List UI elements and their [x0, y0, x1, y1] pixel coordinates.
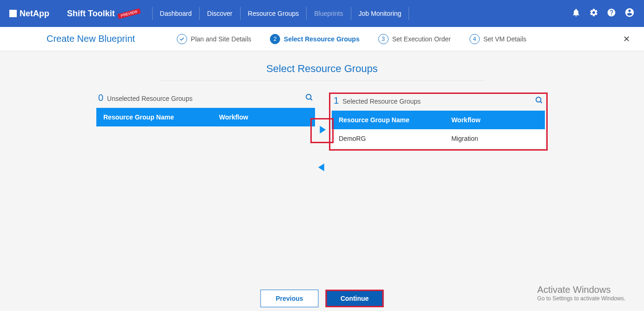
- search-icon[interactable]: [305, 93, 313, 103]
- th-name: Resource Group Name: [103, 113, 219, 121]
- nav-resource-groups[interactable]: Resource Groups: [240, 7, 307, 20]
- th-workflow: Workflow: [219, 113, 308, 121]
- watermark-sub: Go to Settings to activate Windows.: [537, 295, 625, 302]
- unselected-label: Unselected Resource Groups: [107, 95, 193, 102]
- row-name: DemoRG: [339, 135, 451, 142]
- th-workflow: Workflow: [451, 116, 538, 124]
- selected-table-header: Resource Group Name Workflow: [332, 111, 545, 129]
- top-icons: [571, 7, 635, 20]
- columns: 0 Unselected Resource Groups Resource Gr…: [0, 93, 644, 151]
- product-name: Shift Toolkit: [67, 9, 115, 19]
- nav-discover[interactable]: Discover: [199, 7, 240, 20]
- transfer-buttons: [310, 118, 334, 179]
- unselected-count: 0: [98, 93, 103, 103]
- watermark-title: Activate Windows: [537, 285, 625, 295]
- unselected-title: 0 Unselected Resource Groups: [98, 93, 193, 103]
- nav-dashboard[interactable]: Dashboard: [152, 7, 200, 20]
- netapp-logo-icon: [9, 10, 17, 17]
- step-order-label: Set Execution Order: [392, 35, 451, 43]
- move-left-button[interactable]: [312, 157, 332, 179]
- step-vm-label: Set VM Details: [483, 35, 527, 43]
- selected-count: 1: [334, 95, 339, 106]
- steps: Plan and Site Details 2 Select Resource …: [177, 34, 526, 44]
- nav-job-monitoring[interactable]: Job Monitoring: [351, 7, 409, 20]
- footer-buttons: Previous Continue: [261, 290, 384, 307]
- table-row[interactable]: DemoRG Migration: [332, 129, 545, 148]
- unselected-column: 0 Unselected Resource Groups Resource Gr…: [96, 93, 315, 126]
- page-title: Select Resource Groups: [0, 63, 644, 75]
- nav-items: Dashboard Discover Resource Groups Bluep…: [152, 7, 409, 20]
- product-area: Shift Toolkit PREVIEW: [67, 9, 141, 19]
- continue-button[interactable]: Continue: [326, 290, 384, 307]
- row-workflow: Migration: [451, 135, 538, 142]
- step-order[interactable]: 3 Set Execution Order: [378, 34, 451, 44]
- close-icon[interactable]: ✕: [623, 34, 630, 44]
- svg-point-0: [306, 94, 311, 99]
- move-right-button[interactable]: [310, 118, 334, 143]
- wizard-title: Create New Blueprint: [47, 33, 135, 44]
- selected-label: Selected Resource Groups: [342, 98, 421, 105]
- divider: [159, 80, 485, 81]
- help-icon[interactable]: [607, 8, 616, 19]
- unselected-header: 0 Unselected Resource Groups: [96, 93, 315, 103]
- step-plan-label: Plan and Site Details: [191, 35, 251, 43]
- user-icon[interactable]: [624, 7, 635, 20]
- step-plan[interactable]: Plan and Site Details: [177, 34, 251, 44]
- selected-title: 1 Selected Resource Groups: [334, 95, 421, 106]
- check-icon: [177, 34, 187, 44]
- th-name: Resource Group Name: [339, 116, 451, 124]
- nav-blueprints[interactable]: Blueprints: [306, 7, 350, 20]
- step-select-label: Select Resource Groups: [284, 35, 360, 43]
- main-content: Select Resource Groups 0 Unselected Reso…: [0, 51, 644, 188]
- step-number-icon: 4: [470, 34, 480, 44]
- step-number-icon: 3: [378, 34, 389, 44]
- step-vm[interactable]: 4 Set VM Details: [470, 34, 527, 44]
- svg-line-3: [540, 101, 542, 103]
- top-nav: NetApp Shift Toolkit PREVIEW Dashboard D…: [0, 0, 644, 27]
- selected-column: 1 Selected Resource Groups Resource Grou…: [329, 93, 548, 151]
- windows-watermark: Activate Windows Go to Settings to activ…: [537, 285, 625, 302]
- previous-button[interactable]: Previous: [261, 290, 319, 307]
- svg-line-1: [310, 99, 312, 100]
- stepper-bar: Create New Blueprint Plan and Site Detai…: [0, 27, 644, 51]
- step-number-icon: 2: [270, 34, 280, 44]
- unselected-table-header: Resource Group Name Workflow: [96, 108, 315, 126]
- brand-text: NetApp: [20, 9, 49, 19]
- selected-header: 1 Selected Resource Groups: [332, 95, 545, 106]
- step-select[interactable]: 2 Select Resource Groups: [270, 34, 360, 44]
- brand-logo-area[interactable]: NetApp: [9, 9, 49, 19]
- bell-icon[interactable]: [571, 8, 581, 19]
- preview-badge: PREVIEW: [117, 8, 141, 19]
- search-icon[interactable]: [535, 96, 543, 106]
- svg-point-2: [536, 97, 541, 102]
- gear-icon[interactable]: [589, 8, 598, 19]
